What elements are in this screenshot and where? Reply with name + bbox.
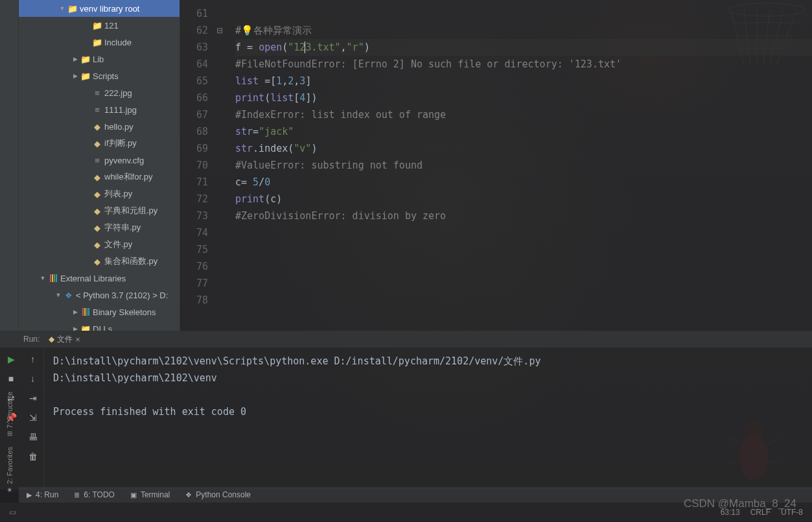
tree-item[interactable]: 📁Include (19, 34, 180, 51)
python-icon: ❖ (63, 291, 75, 300)
tree-item-label: 121 (103, 21, 119, 30)
run-toolbar-right: ↑ ↓ ⇥ ⇲ 🖶 🗑 (22, 348, 44, 490)
expand-arrow-icon[interactable]: ▶ (71, 56, 80, 62)
line-separator[interactable]: CRLF (750, 508, 771, 517)
tree-item-label: 字典和元组.py (103, 205, 157, 217)
tree-item-label: Include (103, 38, 132, 47)
print-icon[interactable]: 🖶 (29, 432, 38, 442)
run-tab-label: 文件 (57, 334, 73, 345)
expand-arrow-icon[interactable]: ▶ (71, 326, 80, 331)
down-icon[interactable]: ↓ (30, 374, 35, 384)
python-file-icon: ◆ (91, 206, 103, 216)
status-bar: ▭ 63:13 CRLF UTF-8 (0, 503, 812, 522)
fold-start-icon[interactable]: ⊟ (216, 22, 224, 39)
folder-icon: 📁 (91, 21, 103, 30)
tree-item[interactable]: 📁121 (19, 17, 180, 34)
cursor-position[interactable]: 63:13 (721, 508, 740, 517)
python-file-icon: ◆ (91, 257, 103, 267)
tree-item[interactable]: ≡pyvenv.cfg (19, 152, 180, 169)
tree-item[interactable]: ▶📁DLLs (19, 320, 180, 331)
stop-icon[interactable]: ■ (8, 374, 14, 384)
tree-item[interactable]: ▶Binary Skeletons (19, 303, 180, 320)
file-icon: ≡ (91, 88, 103, 98)
project-tree[interactable]: ▼📁venv library root📁121📁Include▶📁Lib▶📁Sc… (19, 0, 180, 331)
terminal-icon: ▣ (130, 491, 137, 499)
tree-item[interactable]: ▼External Libraries (19, 270, 180, 287)
folder-icon: 📁 (80, 71, 91, 81)
structure-tool-tab[interactable]: ⊞ 7: Structure (5, 388, 15, 440)
tree-item-label: while和for.py (103, 171, 152, 183)
python-file-icon: ◆ (91, 189, 103, 199)
bottom-tool-tabs: ▶ 4: Run ≣ 6: TODO ▣ Terminal ❖ Python C… (19, 487, 812, 503)
expand-arrow-icon[interactable]: ▼ (54, 292, 63, 298)
tree-item[interactable]: ◆字典和元组.py (19, 202, 180, 219)
tree-item[interactable]: ◆while和for.py (19, 169, 180, 185)
play-icon: ▶ (27, 491, 32, 499)
expand-arrow-icon[interactable]: ▼ (38, 275, 47, 281)
tree-item-label: 集合和函数.py (103, 255, 157, 267)
folder-icon: 📁 (80, 324, 91, 331)
folder-icon: 📁 (67, 4, 78, 14)
tree-item[interactable]: ◆文件.py (19, 236, 180, 253)
tree-item[interactable]: ◆列表.py (19, 185, 180, 202)
python-file-icon: ◆ (91, 172, 103, 182)
library-icon (47, 274, 59, 282)
file-icon: ≡ (91, 105, 103, 115)
trash-icon[interactable]: 🗑 (29, 451, 38, 462)
tree-item[interactable]: ◆hello.py (19, 118, 180, 135)
rerun-icon[interactable]: ▶ (8, 354, 15, 364)
tree-item-label: 列表.py (103, 188, 132, 200)
tree-item-label: Binary Skeletons (91, 307, 156, 317)
tree-item-label: 1111.jpg (103, 105, 137, 115)
run-tool-window: Run: ◆ 文件 × ▶ ■ ⇄ 📌 ↑ ↓ ⇥ ⇲ 🖶 🗑 D:\insta… (0, 331, 812, 490)
tree-item-label: 222.jpg (103, 88, 132, 98)
wrap-icon[interactable]: ⇥ (29, 393, 37, 403)
list-icon: ≣ (74, 491, 80, 499)
tree-item[interactable]: ▼📁venv library root (19, 0, 180, 17)
console-output[interactable]: D:\install\pycharm\2102\venv\Scripts\pyt… (44, 348, 812, 490)
file-encoding[interactable]: UTF-8 (781, 508, 803, 517)
tree-item-label: 字符串.py (103, 222, 141, 233)
tree-item[interactable]: ≡222.jpg (19, 84, 180, 101)
terminal-tab-button[interactable]: ▣ Terminal (130, 490, 170, 499)
python-file-icon: ◆ (91, 223, 103, 233)
close-icon[interactable]: × (75, 335, 80, 344)
intention-bulb-icon[interactable]: 💡 (241, 25, 253, 36)
tree-item-label: pyvenv.cfg (103, 156, 144, 165)
favorites-tool-tab[interactable]: ★ 2: Favorites (5, 443, 15, 497)
code-editor[interactable]: 616263646566676869707172737475767778 ⊟ #… (180, 0, 812, 331)
tree-item[interactable]: ◆集合和函数.py (19, 253, 180, 270)
tree-item[interactable]: ◆字符串.py (19, 219, 180, 236)
tree-item-label: 文件.py (103, 239, 132, 250)
code-content[interactable]: #💡各种异常演示f = open("123.txt","r")#FileNotF… (235, 0, 812, 331)
run-title: Run: (23, 335, 40, 344)
python-file-icon: ◆ (91, 122, 103, 132)
expand-arrow-icon[interactable]: ▼ (58, 5, 67, 12)
tree-item[interactable]: ▶📁Scripts (19, 67, 180, 84)
run-tab[interactable]: ◆ 文件 × (45, 333, 84, 346)
todo-tab-button[interactable]: ≣ 6: TODO (74, 490, 115, 499)
file-icon: ≡ (91, 156, 103, 165)
expand-arrow-icon[interactable]: ▶ (71, 73, 80, 79)
run-tab-button[interactable]: ▶ 4: Run (27, 490, 58, 499)
expand-arrow-icon[interactable]: ▶ (71, 309, 80, 315)
fold-gutter[interactable]: ⊟ (216, 0, 235, 331)
left-gutter-sidebar (0, 0, 19, 331)
tree-item-label: External Libraries (59, 274, 126, 283)
python-file-icon: ◆ (49, 335, 54, 344)
tree-item-label: < Python 3.7 (2102) > D: (75, 291, 168, 300)
tree-item[interactable]: ◆if判断.py (19, 135, 180, 152)
python-file-icon: ◆ (91, 240, 103, 250)
python-console-tab-button[interactable]: ❖ Python Console (185, 490, 251, 499)
folder-icon: 📁 (91, 38, 103, 47)
python-icon: ❖ (185, 491, 192, 499)
tree-item-label: DLLs (91, 324, 112, 331)
tree-item-label: if判断.py (103, 137, 137, 149)
star-icon: ★ (6, 486, 13, 493)
tree-item[interactable]: ≡1111.jpg (19, 101, 180, 118)
tree-item-label: venv library root (78, 4, 139, 14)
tree-item[interactable]: ▶📁Lib (19, 51, 180, 67)
up-icon[interactable]: ↑ (30, 354, 35, 364)
scroll-icon[interactable]: ⇲ (29, 412, 37, 423)
tree-item[interactable]: ▼❖< Python 3.7 (2102) > D: (19, 287, 180, 303)
